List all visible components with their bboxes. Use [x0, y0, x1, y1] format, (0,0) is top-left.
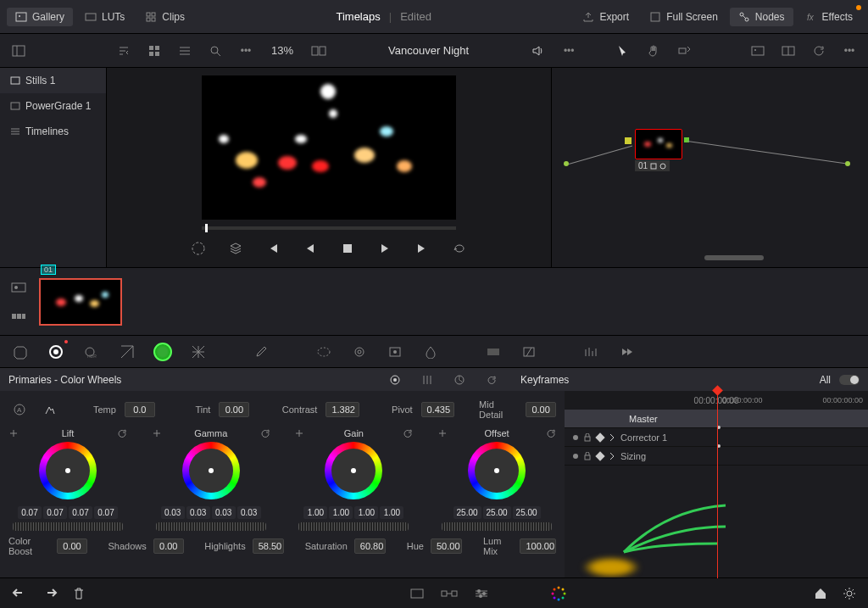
wheel-add-icon[interactable] [294, 428, 304, 438]
window-icon[interactable] [349, 342, 370, 362]
rgb-mixer-icon[interactable] [117, 342, 137, 362]
lock-icon[interactable] [583, 452, 592, 460]
lummix-value[interactable]: 100.00 [520, 538, 556, 554]
lightbox-icon[interactable] [617, 342, 637, 362]
camera-raw-icon[interactable] [10, 342, 31, 362]
layout-toggle-icon[interactable] [7, 39, 31, 63]
color-wheel[interactable] [325, 442, 382, 499]
chevron-right-icon[interactable] [609, 433, 615, 442]
qualifier-icon[interactable] [314, 342, 334, 362]
preview-image[interactable] [202, 75, 456, 220]
thumb-mode2-icon[interactable] [7, 304, 31, 328]
luts-button[interactable]: LUTs [76, 8, 133, 26]
wheel-jog[interactable] [13, 522, 123, 531]
node-graph[interactable]: 01 [551, 68, 868, 267]
thumb-mode1-icon[interactable] [7, 276, 31, 299]
home-icon[interactable] [814, 587, 827, 600]
hue-value[interactable]: 50.00 [431, 538, 462, 554]
prev-frame-icon[interactable] [298, 237, 322, 260]
color-wheel[interactable] [468, 442, 526, 499]
saturation-value[interactable]: 60.80 [354, 538, 386, 554]
page-media-icon[interactable] [409, 588, 425, 600]
middetail-value[interactable]: 0.00 [526, 402, 556, 417]
play-icon[interactable] [373, 237, 397, 260]
undo-icon[interactable] [12, 587, 27, 600]
audio-icon[interactable] [526, 39, 550, 63]
scopes-icon[interactable] [581, 342, 602, 362]
color-wheel[interactable] [182, 442, 240, 499]
stills-item-powergrade[interactable]: PowerGrade 1 [0, 93, 106, 119]
node-thumbnail[interactable] [635, 129, 682, 159]
wheel-mode-log-icon[interactable] [448, 368, 471, 392]
node-scroll[interactable] [704, 255, 764, 260]
last-frame-icon[interactable] [410, 237, 434, 260]
wheel-values[interactable]: 25.0025.0025.00 [453, 506, 541, 519]
split-icon[interactable] [776, 39, 800, 63]
wheel-mode-bars-icon[interactable] [415, 368, 439, 392]
export-button[interactable]: Export [574, 8, 637, 26]
pick-white-icon[interactable] [39, 398, 61, 421]
tracker-icon[interactable] [385, 342, 405, 362]
pointer-icon[interactable] [611, 39, 635, 63]
wheel-add-icon[interactable] [8, 428, 19, 438]
page-edit-icon[interactable] [474, 588, 489, 600]
sort-icon[interactable] [112, 39, 136, 63]
effects-button[interactable]: fx Effects [797, 8, 861, 26]
kf-track-corrector[interactable]: Corrector 1 [565, 428, 868, 447]
pivot-value[interactable]: 0.435 [421, 402, 454, 417]
auto-balance-icon[interactable]: A [8, 398, 31, 421]
gallery-button[interactable]: Gallery [7, 8, 73, 26]
color-warper-icon[interactable] [153, 342, 173, 362]
wheel-values[interactable]: 0.070.070.070.07 [18, 506, 118, 519]
hand-icon[interactable] [642, 39, 665, 63]
stop-icon[interactable] [336, 237, 359, 260]
kf-track-master[interactable]: Master [565, 410, 868, 428]
redo-icon[interactable] [42, 587, 58, 600]
wheel-reset-icon[interactable] [546, 428, 556, 438]
trash-icon[interactable] [73, 587, 85, 600]
highlights-value[interactable]: 58.50 [253, 538, 284, 554]
contrast-value[interactable]: 1.382 [326, 402, 359, 417]
wheel-reset-icon[interactable] [117, 428, 127, 438]
loop-icon[interactable] [448, 237, 471, 260]
scrubber[interactable] [202, 226, 456, 230]
shadows-value[interactable]: 0.00 [153, 538, 184, 554]
more3-icon[interactable]: ••• [837, 39, 861, 63]
compare-icon[interactable] [307, 39, 331, 63]
stills-item-timelines[interactable]: Timelines [0, 119, 106, 144]
settings-icon[interactable] [843, 587, 856, 600]
layers-icon[interactable] [224, 237, 248, 260]
keyframe-diamond[interactable] [595, 451, 604, 460]
clip-thumbnail[interactable] [39, 278, 122, 326]
eyedropper-icon[interactable] [251, 342, 271, 362]
blur-icon[interactable] [420, 342, 441, 362]
hdr-icon[interactable]: HDR [81, 342, 102, 362]
list-view-icon[interactable] [173, 39, 197, 63]
sizing-icon[interactable] [519, 342, 539, 362]
wheel-add-icon[interactable] [437, 428, 448, 438]
wheel-reset-icon[interactable] [260, 428, 270, 438]
wheel-jog[interactable] [156, 522, 266, 531]
temp-value[interactable]: 0.0 [125, 402, 155, 417]
tint-value[interactable]: 0.00 [219, 402, 249, 417]
keyframes-toggle[interactable] [839, 375, 860, 385]
more2-icon[interactable]: ••• [557, 39, 581, 63]
wheel-jog[interactable] [298, 522, 409, 531]
color-wheels-icon[interactable] [46, 342, 66, 362]
zoom-value[interactable]: 13% [264, 44, 300, 57]
wheel-add-icon[interactable] [152, 428, 162, 438]
wheel-mode-dot-icon[interactable] [383, 368, 407, 392]
transform-icon[interactable] [672, 39, 696, 63]
reset-all-icon[interactable] [480, 368, 504, 392]
more-icon[interactable]: ••• [234, 39, 258, 63]
mesh-icon[interactable] [188, 342, 209, 362]
page-cut-icon[interactable] [440, 588, 459, 600]
keyframe-diamond[interactable] [595, 432, 604, 442]
nodes-button[interactable]: Nodes [730, 8, 793, 26]
bypass-icon[interactable] [186, 237, 210, 260]
lock-icon[interactable] [583, 433, 592, 442]
playhead[interactable] [717, 391, 718, 578]
wheel-reset-icon[interactable] [403, 428, 413, 438]
search-icon[interactable] [203, 39, 227, 63]
fullscreen-button[interactable]: Full Screen [641, 8, 726, 26]
